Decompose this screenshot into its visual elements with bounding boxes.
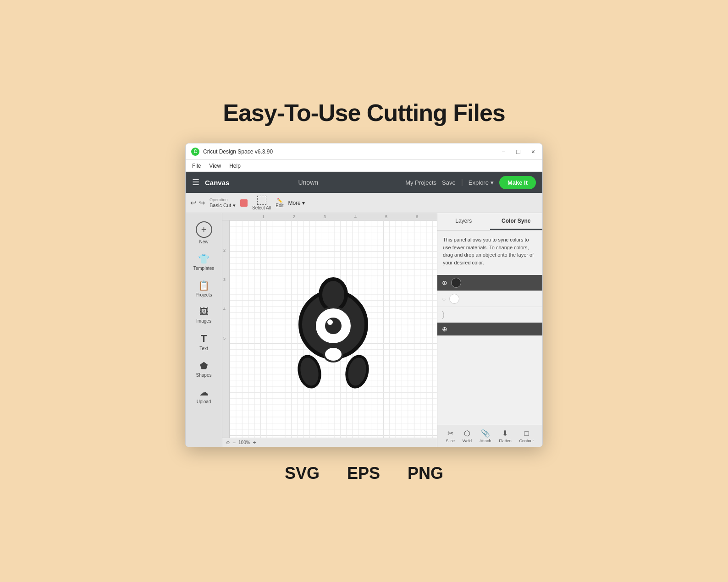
select-all-group[interactable]: Select All <box>252 196 271 210</box>
text-icon: T <box>201 333 207 345</box>
ruler-3: 3 <box>324 214 354 219</box>
sidebar-item-upload[interactable]: ☁ Upload <box>188 383 220 408</box>
sidebar-item-projects[interactable]: 📋 Projects <box>188 276 220 301</box>
ruler-0 <box>232 214 262 219</box>
save-button[interactable]: Save <box>442 179 456 186</box>
menu-bar: File View Help <box>186 160 542 172</box>
menu-file[interactable]: File <box>192 163 201 169</box>
weld-icon: ⬡ <box>464 429 470 438</box>
make-it-button[interactable]: Make It <box>499 176 536 189</box>
ruler-top: 1 2 3 4 5 6 <box>222 213 437 220</box>
tab-color-sync[interactable]: Color Sync <box>490 213 543 230</box>
shapes-icon: ⬟ <box>200 360 208 371</box>
sidebar-item-shapes[interactable]: ⬟ Shapes <box>188 357 220 381</box>
ruler-4: 4 <box>354 214 385 219</box>
character-illustration <box>283 258 384 400</box>
ruler-left-2: 2 <box>223 248 229 253</box>
panel-tabs: Layers Color Sync <box>437 213 542 231</box>
zoom-in-button[interactable]: + <box>253 439 256 446</box>
slice-icon: ✂ <box>447 429 453 438</box>
explore-button[interactable]: Explore ▾ <box>469 179 494 186</box>
title-bar-title: Cricut Design Space v6.3.90 <box>203 148 273 155</box>
redo-button[interactable]: ↪ <box>199 198 205 207</box>
sidebar-label-text: Text <box>199 346 208 351</box>
format-svg: SVG <box>285 464 320 483</box>
zoom-out-button[interactable]: − <box>232 439 236 446</box>
tab-layers[interactable]: Layers <box>437 213 490 230</box>
ruler-2: 2 <box>293 214 324 219</box>
title-bar-controls: − □ × <box>500 148 537 155</box>
new-plus-icon: + <box>196 221 212 238</box>
title-bar: C Cricut Design Space v6.3.90 − □ × <box>186 143 542 160</box>
svg-point-3 <box>325 318 342 334</box>
zoom-level: 100% <box>238 440 250 445</box>
footer-formats: SVG EPS PNG <box>285 464 443 483</box>
sidebar-item-images[interactable]: 🖼 Images <box>188 303 220 327</box>
maximize-button[interactable]: □ <box>514 148 522 155</box>
sidebar-label-upload: Upload <box>197 399 211 404</box>
contour-icon: □ <box>524 429 529 438</box>
close-button[interactable]: × <box>529 148 537 155</box>
canvas-area[interactable]: 1 2 3 4 5 6 2 3 4 5 <box>222 213 437 447</box>
layer-icon-4: ⊕ <box>442 325 447 333</box>
color-swatch-white-1[interactable] <box>449 294 459 304</box>
pen-color-icon[interactable] <box>240 199 248 207</box>
operation-select[interactable]: Basic Cut ▾ <box>210 203 236 209</box>
menu-view[interactable]: View <box>209 163 221 169</box>
undo-button[interactable]: ↩ <box>190 198 196 207</box>
select-all-label: Select All <box>252 205 271 210</box>
attach-label: Attach <box>480 439 491 443</box>
format-eps: EPS <box>347 464 380 483</box>
sidebar-item-templates[interactable]: 👕 Templates <box>188 250 220 275</box>
slice-tool[interactable]: ✂ Slice <box>446 429 455 443</box>
explore-label: Explore <box>469 179 489 186</box>
toolbar: ↩ ↪ Operation Basic Cut ▾ Select All ✏️ … <box>186 193 542 213</box>
color-layer-row-4: ⊕ <box>437 323 542 336</box>
app-header: ☰ Canvas Unown My Projects Save | Explor… <box>186 172 542 193</box>
undo-redo-group: ↩ ↪ <box>190 198 205 207</box>
menu-help[interactable]: Help <box>229 163 241 169</box>
my-projects-button[interactable]: My Projects <box>405 179 436 186</box>
title-bar-left: C Cricut Design Space v6.3.90 <box>191 148 273 156</box>
layer-icon-3: ) <box>442 310 445 319</box>
ruler-5: 5 <box>385 214 416 219</box>
operation-label: Operation <box>210 198 236 202</box>
ruler-left-4: 4 <box>223 307 229 311</box>
grid-canvas <box>230 220 437 438</box>
more-label: More ▾ <box>288 200 305 206</box>
more-group[interactable]: More ▾ <box>288 200 305 206</box>
attach-tool[interactable]: 📎 Attach <box>480 429 491 443</box>
sidebar-item-new[interactable]: + New <box>188 218 220 248</box>
templates-icon: 👕 <box>198 253 210 264</box>
ruler-left: 2 3 4 5 <box>222 220 230 447</box>
images-icon: 🖼 <box>199 307 209 317</box>
layer-icon-1: ⊕ <box>442 279 447 286</box>
project-name: Unown <box>216 179 400 186</box>
explore-arrow-icon: ▾ <box>491 179 494 186</box>
minimize-button[interactable]: − <box>500 148 507 155</box>
page-title: Easy-To-Use Cutting Files <box>223 99 505 126</box>
sidebar-label-images: Images <box>196 318 211 324</box>
sidebar-label-templates: Templates <box>193 266 215 271</box>
flatten-tool[interactable]: ⬇ Flatten <box>499 429 512 443</box>
header-divider: | <box>461 178 463 187</box>
contour-tool[interactable]: □ Contour <box>519 429 534 443</box>
edit-group[interactable]: ✏️ Edit <box>276 198 283 208</box>
weld-tool[interactable]: ⬡ Weld <box>463 429 472 443</box>
ruler-left-3: 3 <box>223 277 229 282</box>
sidebar-label-projects: Projects <box>195 292 212 297</box>
weld-label: Weld <box>463 439 472 443</box>
ruler-left-5: 5 <box>223 336 229 340</box>
sidebar-label-shapes: Shapes <box>196 373 212 378</box>
sidebar-item-text[interactable]: T Text <box>188 329 220 355</box>
slice-label: Slice <box>446 439 455 443</box>
svg-point-7 <box>324 347 342 362</box>
contour-label: Contour <box>519 439 534 443</box>
header-right: My Projects Save | Explore ▾ Make It <box>405 176 536 189</box>
color-swatch-black[interactable] <box>451 278 461 288</box>
color-layers: ⊕ ○ ) ⊕ <box>437 272 542 339</box>
hamburger-icon[interactable]: ☰ <box>192 177 199 187</box>
format-png: PNG <box>408 464 443 483</box>
svg-point-1 <box>320 279 346 310</box>
sidebar-label-new: New <box>199 239 208 244</box>
